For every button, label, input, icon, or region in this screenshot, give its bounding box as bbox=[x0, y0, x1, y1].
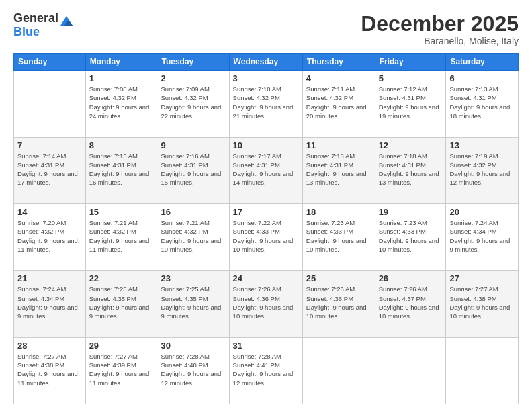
sunset-text: Sunset: 4:31 PM bbox=[233, 161, 280, 169]
day-number: 27 bbox=[449, 273, 515, 283]
calendar-cell: 24Sunrise: 7:26 AMSunset: 4:36 PMDayligh… bbox=[229, 271, 302, 337]
calendar-cell bbox=[14, 71, 86, 137]
calendar-cell bbox=[446, 337, 519, 404]
daylight-text: Daylight: 9 hours and 10 minutes. bbox=[379, 304, 439, 320]
sunset-text: Sunset: 4:37 PM bbox=[379, 295, 426, 302]
calendar-week-4: 21Sunrise: 7:24 AMSunset: 4:34 PMDayligh… bbox=[14, 271, 519, 337]
sunrise-text: Sunrise: 7:23 AM bbox=[379, 219, 427, 226]
calendar-cell: 16Sunrise: 7:21 AMSunset: 4:32 PMDayligh… bbox=[157, 203, 229, 270]
sunset-text: Sunset: 4:31 PM bbox=[449, 94, 496, 101]
sunset-text: Sunset: 4:40 PM bbox=[161, 361, 208, 369]
sunset-text: Sunset: 4:39 PM bbox=[89, 361, 136, 369]
logo-blue: Blue bbox=[13, 26, 58, 39]
daylight-text: Daylight: 9 hours and 11 minutes. bbox=[89, 370, 150, 386]
sunset-text: Sunset: 4:35 PM bbox=[161, 295, 208, 302]
sunset-text: Sunset: 4:31 PM bbox=[17, 161, 64, 169]
daylight-text: Daylight: 9 hours and 21 minutes. bbox=[233, 103, 294, 120]
header: General Blue December 2025 Baranello, Mo… bbox=[13, 12, 519, 46]
day-number: 26 bbox=[379, 273, 443, 283]
calendar-cell: 3Sunrise: 7:10 AMSunset: 4:32 PMDaylight… bbox=[229, 71, 302, 137]
sunrise-text: Sunrise: 7:27 AM bbox=[89, 353, 138, 360]
calendar-cell: 14Sunrise: 7:20 AMSunset: 4:32 PMDayligh… bbox=[14, 203, 86, 270]
day-number: 12 bbox=[379, 140, 443, 150]
sunset-text: Sunset: 4:31 PM bbox=[379, 161, 426, 169]
sunset-text: Sunset: 4:34 PM bbox=[449, 228, 496, 235]
calendar-cell: 15Sunrise: 7:21 AMSunset: 4:32 PMDayligh… bbox=[85, 203, 157, 270]
sunset-text: Sunset: 4:32 PM bbox=[89, 228, 136, 235]
col-friday: Friday bbox=[375, 54, 446, 71]
sunrise-text: Sunrise: 7:27 AM bbox=[449, 285, 498, 293]
sunrise-text: Sunrise: 7:14 AM bbox=[17, 152, 66, 160]
day-info: Sunrise: 7:21 AMSunset: 4:32 PMDaylight:… bbox=[89, 218, 154, 254]
day-info: Sunrise: 7:25 AMSunset: 4:35 PMDaylight:… bbox=[161, 285, 225, 320]
day-info: Sunrise: 7:24 AMSunset: 4:34 PMDaylight:… bbox=[449, 218, 515, 254]
day-info: Sunrise: 7:27 AMSunset: 4:39 PMDaylight:… bbox=[89, 352, 154, 387]
sunset-text: Sunset: 4:38 PM bbox=[449, 295, 496, 302]
sunrise-text: Sunrise: 7:19 AM bbox=[449, 152, 498, 160]
sunrise-text: Sunrise: 7:08 AM bbox=[89, 85, 138, 93]
sunrise-text: Sunrise: 7:18 AM bbox=[379, 152, 427, 160]
day-info: Sunrise: 7:13 AMSunset: 4:31 PMDaylight:… bbox=[449, 85, 515, 120]
calendar-cell: 27Sunrise: 7:27 AMSunset: 4:38 PMDayligh… bbox=[446, 271, 519, 337]
sunrise-text: Sunrise: 7:26 AM bbox=[379, 285, 427, 293]
logo-general: General bbox=[13, 12, 58, 26]
daylight-text: Daylight: 9 hours and 16 minutes. bbox=[89, 170, 150, 186]
sunrise-text: Sunrise: 7:20 AM bbox=[17, 219, 66, 226]
day-info: Sunrise: 7:24 AMSunset: 4:34 PMDaylight:… bbox=[17, 285, 82, 320]
sunset-text: Sunset: 4:32 PM bbox=[306, 94, 353, 101]
calendar-cell: 10Sunrise: 7:17 AMSunset: 4:31 PMDayligh… bbox=[229, 137, 302, 203]
sunrise-text: Sunrise: 7:13 AM bbox=[449, 85, 498, 93]
day-info: Sunrise: 7:28 AMSunset: 4:40 PMDaylight:… bbox=[161, 352, 225, 387]
day-info: Sunrise: 7:26 AMSunset: 4:36 PMDaylight:… bbox=[233, 285, 299, 320]
calendar-cell: 31Sunrise: 7:28 AMSunset: 4:41 PMDayligh… bbox=[229, 337, 302, 404]
col-thursday: Thursday bbox=[302, 54, 375, 71]
daylight-text: Daylight: 9 hours and 11 minutes. bbox=[17, 237, 78, 253]
daylight-text: Daylight: 9 hours and 9 minutes. bbox=[161, 304, 221, 320]
daylight-text: Daylight: 9 hours and 18 minutes. bbox=[449, 103, 510, 120]
day-info: Sunrise: 7:08 AMSunset: 4:32 PMDaylight:… bbox=[89, 85, 154, 120]
day-info: Sunrise: 7:15 AMSunset: 4:31 PMDaylight:… bbox=[89, 152, 154, 187]
daylight-text: Daylight: 9 hours and 10 minutes. bbox=[306, 304, 367, 320]
sunset-text: Sunset: 4:33 PM bbox=[233, 228, 280, 235]
day-number: 20 bbox=[449, 207, 515, 217]
day-info: Sunrise: 7:26 AMSunset: 4:37 PMDaylight:… bbox=[379, 285, 443, 320]
day-number: 16 bbox=[161, 207, 225, 217]
calendar-cell bbox=[302, 337, 375, 404]
daylight-text: Daylight: 9 hours and 17 minutes. bbox=[17, 170, 78, 186]
day-number: 24 bbox=[233, 273, 299, 283]
day-number: 15 bbox=[89, 207, 154, 217]
day-info: Sunrise: 7:20 AMSunset: 4:32 PMDaylight:… bbox=[17, 218, 82, 254]
day-number: 23 bbox=[161, 273, 225, 283]
calendar-cell: 22Sunrise: 7:25 AMSunset: 4:35 PMDayligh… bbox=[85, 271, 157, 337]
day-info: Sunrise: 7:19 AMSunset: 4:32 PMDaylight:… bbox=[449, 152, 515, 187]
calendar-cell: 4Sunrise: 7:11 AMSunset: 4:32 PMDaylight… bbox=[302, 71, 375, 137]
calendar-table: Sunday Monday Tuesday Wednesday Thursday… bbox=[13, 53, 519, 404]
daylight-text: Daylight: 9 hours and 20 minutes. bbox=[306, 103, 367, 120]
day-number: 11 bbox=[306, 140, 371, 150]
day-number: 6 bbox=[449, 73, 515, 83]
day-info: Sunrise: 7:17 AMSunset: 4:31 PMDaylight:… bbox=[233, 152, 299, 187]
day-number: 4 bbox=[306, 73, 371, 83]
sunset-text: Sunset: 4:33 PM bbox=[306, 228, 353, 235]
sunset-text: Sunset: 4:31 PM bbox=[89, 161, 136, 169]
daylight-text: Daylight: 9 hours and 14 minutes. bbox=[233, 170, 294, 186]
day-number: 21 bbox=[17, 273, 82, 283]
day-info: Sunrise: 7:23 AMSunset: 4:33 PMDaylight:… bbox=[379, 218, 443, 254]
daylight-text: Daylight: 9 hours and 10 minutes. bbox=[161, 237, 221, 253]
day-info: Sunrise: 7:25 AMSunset: 4:35 PMDaylight:… bbox=[89, 285, 154, 320]
daylight-text: Daylight: 9 hours and 10 minutes. bbox=[449, 304, 510, 320]
day-number: 13 bbox=[449, 140, 515, 150]
day-info: Sunrise: 7:27 AMSunset: 4:38 PMDaylight:… bbox=[449, 285, 515, 320]
calendar-cell: 5Sunrise: 7:12 AMSunset: 4:31 PMDaylight… bbox=[375, 71, 446, 137]
col-wednesday: Wednesday bbox=[229, 54, 302, 71]
daylight-text: Daylight: 9 hours and 10 minutes. bbox=[233, 237, 294, 253]
calendar-week-3: 14Sunrise: 7:20 AMSunset: 4:32 PMDayligh… bbox=[14, 203, 519, 270]
day-number: 2 bbox=[161, 73, 225, 83]
sunset-text: Sunset: 4:32 PM bbox=[449, 161, 496, 169]
header-row: Sunday Monday Tuesday Wednesday Thursday… bbox=[14, 54, 519, 71]
sunset-text: Sunset: 4:32 PM bbox=[17, 228, 64, 235]
day-info: Sunrise: 7:22 AMSunset: 4:33 PMDaylight:… bbox=[233, 218, 299, 254]
day-number: 18 bbox=[306, 207, 371, 217]
calendar-page: General Blue December 2025 Baranello, Mo… bbox=[0, 0, 532, 411]
sunset-text: Sunset: 4:41 PM bbox=[233, 361, 280, 369]
